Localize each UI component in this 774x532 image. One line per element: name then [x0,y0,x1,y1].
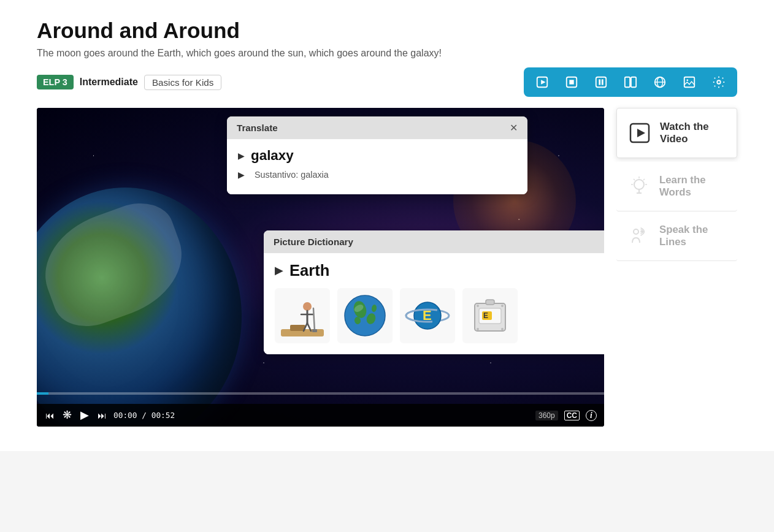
main-content: Translate ✕ ▶ galaxy ▶ Sustantivo: galax… [37,108,737,427]
svg-rect-16 [290,325,305,331]
video-cc-toggle-btn[interactable]: ❋ [61,408,73,423]
translate-word-row: ▶ galaxy [238,148,516,164]
sidebar: Watch the Video [616,108,737,261]
svg-point-40 [477,305,479,307]
video-info-icon[interactable]: i [586,410,597,421]
toolbar-bookmark-icon[interactable] [621,72,640,92]
earth-globe-svg [340,291,389,340]
svg-line-22 [313,308,315,331]
toolbar-play-icon[interactable] [532,72,552,92]
sidebar-item-watch[interactable]: Watch the Video [616,108,737,158]
speak-lines-icon [627,224,651,248]
translate-play-btn[interactable]: ▶ [238,151,245,161]
sidebar-item-learn[interactable]: Learn the Words [616,162,737,211]
translate-popup-close[interactable]: ✕ [510,123,518,133]
dict-popup-header: Picture Dictionary ✕ [264,230,604,253]
video-progress-bar[interactable] [37,392,604,395]
tags-row: ELP 3 Intermediate Basics for Kids [37,75,221,90]
svg-rect-44 [486,300,494,305]
tags-toolbar-row: ELP 3 Intermediate Basics for Kids [37,67,737,97]
translate-translation-row: ▶ Sustantivo: galaxia [238,170,516,180]
sidebar-watch-label: Watch the Video [660,121,726,145]
toolbar-image-icon[interactable] [680,72,699,92]
svg-rect-5 [599,79,600,85]
translate-audio-btn[interactable]: ▶ [238,170,245,180]
level-tag[interactable]: Intermediate [80,77,138,88]
svg-rect-12 [684,77,695,88]
watch-video-icon [628,121,651,145]
page-subtitle: The moon goes around the Earth, which go… [37,48,737,59]
dict-image-4[interactable]: E [462,288,518,343]
svg-marker-1 [541,80,545,84]
dict-popup-title: Picture Dictionary [274,237,353,247]
dict-images-row: E [275,288,604,343]
toolbar-stop-icon[interactable] [562,72,581,92]
video-time-separator: / [142,411,151,420]
video-time-display: 00:00 / 00:52 [113,411,529,420]
svg-point-14 [717,80,721,84]
translate-popup: Translate ✕ ▶ galaxy ▶ Sustantivo: galax… [227,116,527,194]
translate-translation: Sustantivo: galaxia [255,170,329,180]
video-total-time: 00:52 [151,411,175,420]
svg-rect-3 [569,80,573,84]
header-section: Around and Around The moon goes around t… [37,18,737,97]
svg-marker-46 [637,129,645,137]
svg-rect-4 [596,77,607,88]
toolbar [524,67,737,97]
learn-words-icon [627,175,651,198]
sidebar-speak-label: Speak the Lines [659,224,726,248]
dict-play-btn[interactable]: ▶ [275,264,283,277]
sidebar-item-speak[interactable]: Speak the Lines [616,211,737,261]
video-current-time: 00:00 [113,411,137,420]
video-section: Translate ✕ ▶ galaxy ▶ Sustantivo: galax… [37,108,604,427]
dict-image-3[interactable]: E [400,288,455,343]
toolbar-globe-icon[interactable] [650,72,670,92]
sidebar-learn-label: Learn the Words [659,174,726,199]
video-progress-fill [37,392,48,395]
svg-rect-7 [625,77,630,88]
translate-word: galaxy [251,148,294,164]
video-cc-badge[interactable]: CC [564,411,580,420]
svg-point-41 [501,305,504,307]
toolbar-settings-icon[interactable] [709,72,729,92]
dict-image-2[interactable] [337,288,393,343]
svg-point-47 [634,180,644,189]
svg-rect-23 [312,329,317,332]
toolbar-pause-icon[interactable] [591,72,611,92]
translate-popup-header: Translate ✕ [227,116,527,139]
machine-svg: E [466,291,515,340]
svg-rect-6 [602,79,603,85]
video-quality-badge[interactable]: 360p [535,411,558,420]
svg-line-51 [643,179,645,180]
svg-point-43 [501,328,504,330]
planet-e-svg: E [403,291,452,340]
dict-popup-body: ▶ Earth [264,253,604,354]
svg-point-55 [634,229,638,234]
video-controls: ⏮ ❋ ▶ ⏭ 00:00 / 00:52 360p CC i [37,404,604,427]
dict-image-1[interactable] [275,288,330,343]
svg-point-17 [303,302,312,311]
dict-word: Earth [289,262,329,279]
svg-point-42 [477,328,479,330]
video-play-btn[interactable]: ▶ [79,408,90,423]
video-skip-back-btn[interactable]: ⏮ [44,409,55,422]
page-wrapper: Around and Around The moon goes around t… [0,0,774,451]
svg-text:E: E [483,311,488,320]
video-container[interactable]: Translate ✕ ▶ galaxy ▶ Sustantivo: galax… [37,108,604,427]
svg-rect-8 [631,77,636,88]
translate-popup-body: ▶ galaxy ▶ Sustantivo: galaxia [227,139,527,194]
translate-popup-title: Translate [237,123,278,133]
picture-dict-popup: Picture Dictionary ✕ ▶ Earth [264,230,604,354]
page-title: Around and Around [37,18,737,43]
video-skip-fwd-btn[interactable]: ⏭ [96,409,107,422]
basics-tag[interactable]: Basics for Kids [144,75,221,90]
dict-word-row: ▶ Earth [275,262,604,279]
person-ground-svg [278,291,327,340]
svg-line-53 [634,179,635,180]
svg-point-13 [686,79,688,81]
elp-tag[interactable]: ELP 3 [37,75,74,89]
